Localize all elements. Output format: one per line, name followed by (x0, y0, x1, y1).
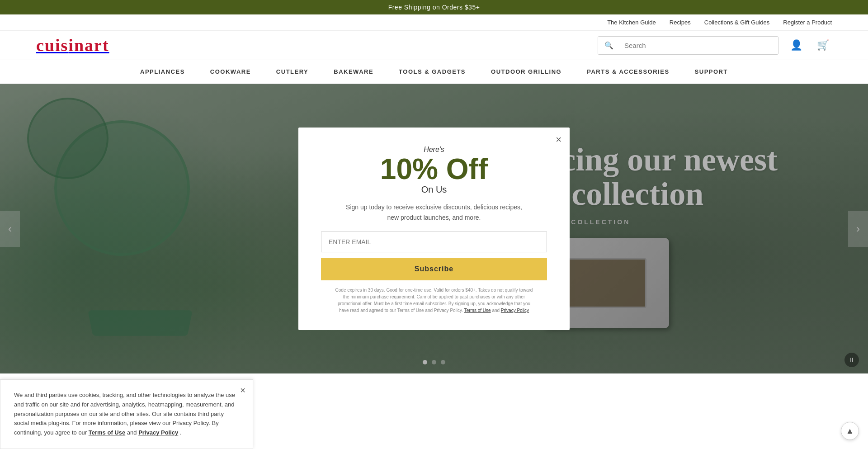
cart-button[interactable]: 🛒 (814, 37, 832, 54)
utility-nav: The Kitchen Guide Recipes Collections & … (0, 14, 868, 31)
account-button[interactable]: 👤 (788, 37, 805, 54)
popup-fine-print: Code expires in 30 days. Good for one-ti… (335, 287, 533, 314)
logo-link[interactable]: cuisinart (36, 35, 109, 55)
modal-overlay: × Here's 10% Off On Us Sign up today to … (0, 84, 868, 373)
account-icon: 👤 (790, 39, 802, 51)
announcement-bar: Free Shipping on Orders $35+ (0, 0, 868, 14)
popup-modal: × Here's 10% Off On Us Sign up today to … (298, 128, 570, 330)
search-container: 🔍 (598, 36, 778, 55)
search-submit-button[interactable]: 🔍 (598, 37, 620, 54)
utility-nav-kitchen-guide[interactable]: The Kitchen Guide (607, 19, 656, 26)
utility-nav-recipes[interactable]: Recipes (670, 19, 691, 26)
search-input[interactable] (620, 37, 778, 54)
hero-section: Introducing our newest ceramic collectio… (0, 84, 868, 373)
popup-privacy-link[interactable]: Privacy Policy (501, 308, 529, 313)
nav-tools-gadgets[interactable]: TOOLS & GADGETS (386, 60, 478, 83)
nav-support[interactable]: SUPPORT (682, 60, 741, 83)
logo-text2: art (85, 36, 109, 55)
header-right: 🔍 👤 🛒 (598, 36, 832, 55)
nav-parts-accessories[interactable]: PARTS & ACCESSORIES (574, 60, 682, 83)
popup-description: Sign up today to receive exclusive disco… (344, 202, 524, 222)
popup-discount-sub: On Us (421, 184, 447, 195)
cart-icon: 🛒 (817, 39, 829, 51)
logo-accent: in (68, 36, 85, 55)
popup-subscribe-button[interactable]: Subscribe (321, 258, 547, 280)
main-header: cuisinart 🔍 👤 🛒 (0, 31, 868, 60)
main-nav: APPLIANCES COOKWARE CUTLERY BAKEWARE TOO… (0, 60, 868, 84)
utility-nav-collections[interactable]: Collections & Gift Guides (704, 19, 770, 26)
logo: cuisinart (36, 35, 109, 55)
popup-discount-value: 10% Off (380, 155, 488, 184)
search-icon: 🔍 (604, 42, 613, 49)
nav-outdoor-grilling[interactable]: OUTDOOR GRILLING (478, 60, 574, 83)
popup-terms-link[interactable]: Terms of Use (464, 308, 491, 313)
utility-nav-register[interactable]: Register a Product (783, 19, 832, 26)
modal-close-button[interactable]: × (556, 134, 561, 146)
nav-appliances[interactable]: APPLIANCES (127, 60, 198, 83)
nav-cookware[interactable]: COOKWARE (198, 60, 264, 83)
popup-email-input[interactable] (321, 232, 547, 252)
nav-bakeware[interactable]: BAKEWARE (321, 60, 386, 83)
logo-text: cuis (36, 36, 68, 55)
announcement-text: Free Shipping on Orders $35+ (388, 4, 480, 11)
nav-cutlery[interactable]: CUTLERY (264, 60, 321, 83)
